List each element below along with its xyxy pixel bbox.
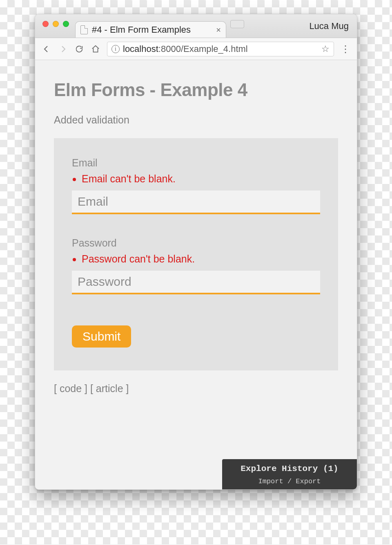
new-tab-button[interactable] [230, 20, 244, 28]
password-label: Password [72, 237, 320, 249]
password-errors: Password can't be blank. [82, 253, 320, 265]
page-subtitle: Added validation [54, 114, 338, 126]
page-viewport: Elm Forms - Example 4 Added validation E… [35, 60, 357, 489]
tab-title: #4 - Elm Form Examples [92, 25, 191, 35]
forward-icon[interactable] [58, 44, 68, 54]
url-text: localhost:8000/Example_4.html [123, 44, 248, 54]
email-errors: Email can't be blank. [82, 173, 320, 185]
debugger-import-export[interactable]: Import / Export [222, 476, 357, 489]
window-controls [42, 21, 69, 27]
file-icon [80, 25, 88, 34]
menu-icon[interactable]: ⋮ [341, 47, 350, 51]
page-title: Elm Forms - Example 4 [54, 80, 338, 100]
home-icon[interactable] [91, 44, 100, 54]
profile-name[interactable]: Luca Mug [309, 21, 349, 31]
close-window-button[interactable] [42, 21, 49, 27]
minimize-window-button[interactable] [53, 21, 59, 27]
form-card: Email Email can't be blank. Password Pas… [54, 138, 338, 370]
reload-icon[interactable] [74, 44, 84, 54]
article-link[interactable]: article [96, 383, 123, 394]
tab-strip: #4 - Elm Form Examples × Luca Mug [35, 14, 357, 38]
close-tab-icon[interactable]: × [216, 26, 221, 34]
email-label: Email [72, 157, 320, 169]
email-error-item: Email can't be blank. [82, 173, 320, 185]
bookmark-star-icon[interactable]: ☆ [321, 44, 330, 54]
submit-button[interactable]: Submit [72, 325, 131, 348]
code-link[interactable]: code [60, 383, 82, 394]
address-bar[interactable]: i localhost:8000/Example_4.html ☆ [107, 42, 334, 56]
back-icon[interactable] [42, 44, 51, 54]
password-field-group: Password Password can't be blank. [72, 237, 320, 294]
debugger-title[interactable]: Explore History (1) [222, 459, 357, 476]
browser-window: #4 - Elm Form Examples × Luca Mug i loca… [35, 14, 357, 490]
elm-debugger-panel[interactable]: Explore History (1) Import / Export [222, 459, 357, 489]
footer-links: [ code ] [ article ] [54, 383, 338, 395]
password-error-item: Password can't be blank. [82, 253, 320, 265]
password-input[interactable] [72, 271, 320, 294]
email-input[interactable] [72, 191, 320, 214]
zoom-window-button[interactable] [63, 21, 69, 27]
browser-tab[interactable]: #4 - Elm Form Examples × [75, 21, 226, 38]
site-info-icon[interactable]: i [111, 45, 120, 53]
email-field-group: Email Email can't be blank. [72, 157, 320, 214]
browser-toolbar: i localhost:8000/Example_4.html ☆ ⋮ [35, 38, 357, 60]
